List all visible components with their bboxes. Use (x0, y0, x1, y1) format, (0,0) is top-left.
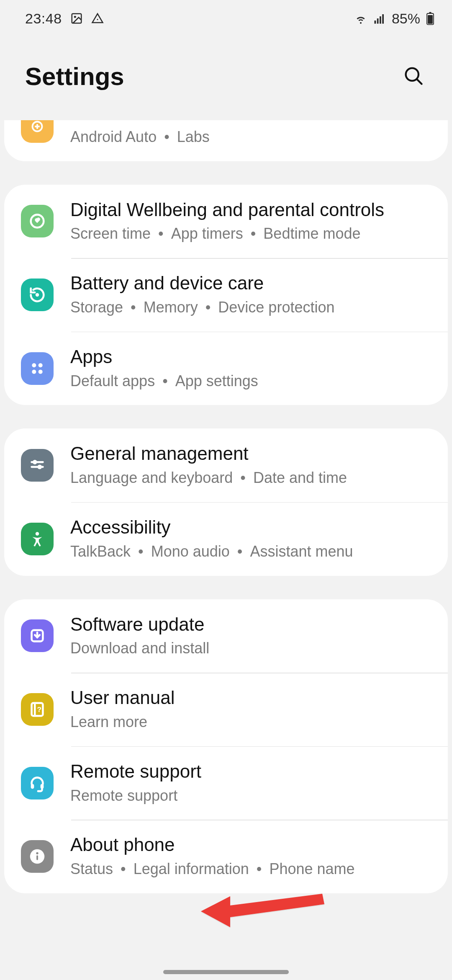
settings-group: Software update Download and install ? U… (4, 599, 448, 893)
item-subtitle: Default apps•App settings (70, 371, 431, 391)
item-subtitle: Language and keyboard•Date and time (70, 468, 431, 488)
picture-icon (70, 12, 83, 25)
sliders-icon (21, 449, 54, 482)
settings-item-general-management[interactable]: General management Language and keyboard… (4, 428, 448, 502)
settings-item-user-manual[interactable]: ? User manual Learn more (4, 673, 448, 746)
svg-text:?: ? (37, 705, 42, 714)
svg-point-1 (74, 16, 76, 18)
item-title: User manual (70, 687, 431, 709)
svg-point-3 (97, 19, 98, 20)
item-title: Battery and device care (70, 272, 431, 294)
svg-point-26 (36, 532, 39, 535)
settings-header: Settings (0, 37, 452, 120)
apps-grid-icon (21, 352, 54, 385)
svg-rect-5 (377, 18, 379, 24)
refresh-dot-icon (21, 279, 54, 311)
settings-item-remote-support[interactable]: Remote support Remote support (4, 746, 448, 820)
item-title: Remote support (70, 761, 431, 783)
item-subtitle: Screen time•App timers•Bedtime mode (70, 224, 431, 244)
item-subtitle: Status•Legal information•Phone name (70, 859, 431, 879)
item-title: About phone (70, 834, 431, 856)
svg-point-19 (39, 363, 43, 367)
home-indicator[interactable] (163, 970, 289, 974)
svg-marker-2 (92, 14, 103, 23)
item-title: Apps (70, 346, 431, 368)
page-title: Settings (25, 62, 124, 91)
settings-item-advanced-features[interactable]: Advanced features Android Auto•Labs (4, 120, 448, 161)
item-subtitle: Learn more (70, 712, 431, 732)
plus-gear-icon (21, 120, 54, 143)
status-time: 23:48 (25, 10, 62, 27)
item-subtitle: TalkBack•Mono audio•Assistant menu (70, 542, 431, 562)
drive-alert-icon (91, 12, 104, 25)
svg-rect-7 (382, 14, 384, 24)
svg-rect-31 (31, 784, 34, 789)
svg-line-12 (417, 79, 421, 84)
item-title: Advanced features (70, 120, 431, 124)
battery-icon (426, 12, 434, 25)
item-subtitle: Download and install (70, 639, 431, 658)
status-left: 23:48 (25, 10, 104, 27)
svg-rect-35 (36, 855, 38, 860)
svg-rect-4 (374, 21, 376, 24)
book-help-icon: ? (21, 693, 54, 726)
svg-point-25 (39, 466, 41, 468)
item-title: Digital Wellbeing and parental controls (70, 199, 431, 221)
settings-group: Digital Wellbeing and parental controls … (4, 185, 448, 405)
svg-point-21 (39, 369, 43, 374)
info-icon (21, 840, 54, 873)
battery-percent: 85% (392, 10, 420, 27)
item-subtitle: Storage•Memory•Device protection (70, 298, 431, 317)
heart-target-icon (21, 205, 54, 237)
item-subtitle: Android Auto•Labs (70, 127, 431, 147)
person-icon (21, 523, 54, 555)
svg-point-20 (32, 369, 36, 374)
svg-point-23 (33, 461, 36, 463)
download-icon (21, 619, 54, 652)
settings-item-about-phone[interactable]: About phone Status•Legal information•Pho… (4, 820, 448, 893)
search-button[interactable] (400, 63, 427, 90)
settings-group: Advanced features Android Auto•Labs (4, 120, 448, 161)
search-icon (403, 65, 424, 88)
svg-point-34 (36, 852, 38, 854)
svg-point-17 (36, 293, 39, 297)
item-title: General management (70, 443, 431, 465)
settings-item-software-update[interactable]: Software update Download and install (4, 599, 448, 673)
settings-item-battery-device-care[interactable]: Battery and device care Storage•Memory•D… (4, 258, 448, 332)
svg-rect-6 (380, 16, 381, 24)
settings-list[interactable]: Advanced features Android Auto•Labs Digi… (0, 120, 452, 910)
svg-rect-10 (428, 15, 433, 24)
item-title: Accessibility (70, 516, 431, 539)
svg-point-18 (32, 363, 36, 367)
signal-icon (373, 12, 386, 25)
item-title: Software update (70, 614, 431, 636)
status-bar: 23:48 85% (0, 0, 452, 37)
settings-item-apps[interactable]: Apps Default apps•App settings (4, 332, 448, 405)
item-subtitle: Remote support (70, 786, 431, 806)
wifi-icon (354, 12, 367, 25)
status-right: 85% (354, 10, 434, 27)
svg-rect-9 (429, 12, 431, 13)
settings-item-digital-wellbeing[interactable]: Digital Wellbeing and parental controls … (4, 185, 448, 258)
headset-icon (21, 767, 54, 799)
settings-group: General management Language and keyboard… (4, 428, 448, 575)
settings-item-accessibility[interactable]: Accessibility TalkBack•Mono audio•Assist… (4, 502, 448, 576)
